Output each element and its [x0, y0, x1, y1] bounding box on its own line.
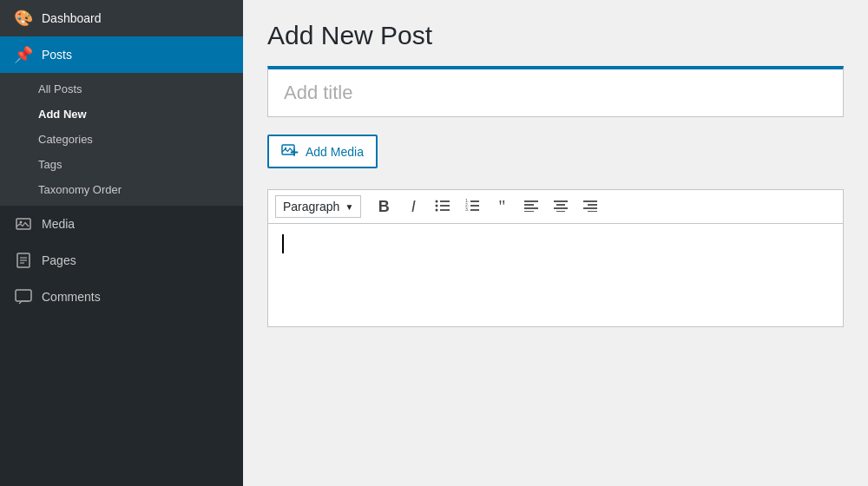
media-icon — [14, 214, 33, 233]
sidebar-item-label: Posts — [42, 48, 72, 62]
svg-point-1 — [20, 221, 23, 224]
add-media-label: Add Media — [306, 145, 364, 159]
blockquote-button[interactable]: " — [488, 194, 516, 220]
sidebar-item-taxonomy-order[interactable]: Taxonomy Order — [0, 177, 243, 202]
unordered-list-icon — [435, 198, 450, 216]
sidebar: 🎨 Dashboard 📌 Posts All Posts Add New Ca… — [0, 0, 243, 486]
sidebar-item-categories[interactable]: Categories — [0, 127, 243, 152]
sidebar-item-label: Pages — [42, 253, 76, 267]
italic-button[interactable]: I — [399, 194, 427, 220]
editor-toolbar: Paragraph ▼ B I — [267, 189, 844, 223]
sidebar-item-all-posts[interactable]: All Posts — [0, 76, 243, 102]
sidebar-item-add-new[interactable]: Add New — [0, 102, 243, 127]
post-title-input[interactable] — [267, 66, 844, 117]
ordered-list-button[interactable]: 1. 2. 3. — [458, 194, 486, 220]
svg-rect-0 — [16, 219, 30, 229]
align-left-button[interactable] — [517, 194, 545, 220]
blockquote-icon: " — [498, 198, 505, 215]
posts-icon: 📌 — [14, 45, 33, 64]
sidebar-item-dashboard[interactable]: 🎨 Dashboard — [0, 0, 243, 36]
posts-submenu: All Posts Add New Categories Tags Taxono… — [0, 73, 243, 206]
pages-icon — [14, 251, 33, 270]
svg-point-11 — [436, 204, 438, 207]
dashboard-icon: 🎨 — [14, 9, 33, 28]
bold-button[interactable]: B — [370, 194, 398, 220]
align-left-icon — [523, 198, 539, 216]
main-content-area: Add New Post Add Media Paragraph — [243, 0, 868, 486]
sidebar-item-label: Media — [42, 217, 75, 231]
align-right-icon — [582, 198, 598, 216]
sidebar-item-pages[interactable]: Pages — [0, 242, 243, 279]
align-center-icon — [553, 198, 569, 216]
sidebar-item-comments[interactable]: Comments — [0, 279, 243, 315]
sidebar-item-posts[interactable]: 📌 Posts — [0, 36, 243, 73]
ordered-list-icon: 1. 2. 3. — [464, 198, 480, 216]
sidebar-item-label: Comments — [42, 290, 101, 304]
editor-area[interactable] — [267, 223, 844, 327]
add-media-icon — [281, 142, 299, 161]
unordered-list-button[interactable] — [429, 194, 457, 220]
italic-icon: I — [411, 198, 416, 216]
comments-icon — [14, 287, 33, 306]
sidebar-item-media[interactable]: Media — [0, 206, 243, 242]
editor-cursor — [282, 234, 284, 253]
sidebar-item-label: Dashboard — [42, 11, 102, 25]
svg-point-13 — [436, 208, 438, 211]
svg-rect-6 — [16, 290, 31, 301]
chevron-down-icon: ▼ — [345, 202, 353, 212]
align-right-button[interactable] — [576, 194, 604, 220]
bold-icon: B — [378, 198, 390, 216]
svg-point-9 — [436, 200, 438, 202]
align-center-button[interactable] — [547, 194, 575, 220]
add-media-button[interactable]: Add Media — [267, 135, 378, 168]
svg-text:3.: 3. — [465, 207, 469, 212]
page-title: Add New Post — [267, 21, 844, 50]
paragraph-select[interactable]: Paragraph ▼ — [275, 195, 361, 218]
paragraph-label: Paragraph — [283, 200, 339, 213]
sidebar-item-tags[interactable]: Tags — [0, 152, 243, 177]
